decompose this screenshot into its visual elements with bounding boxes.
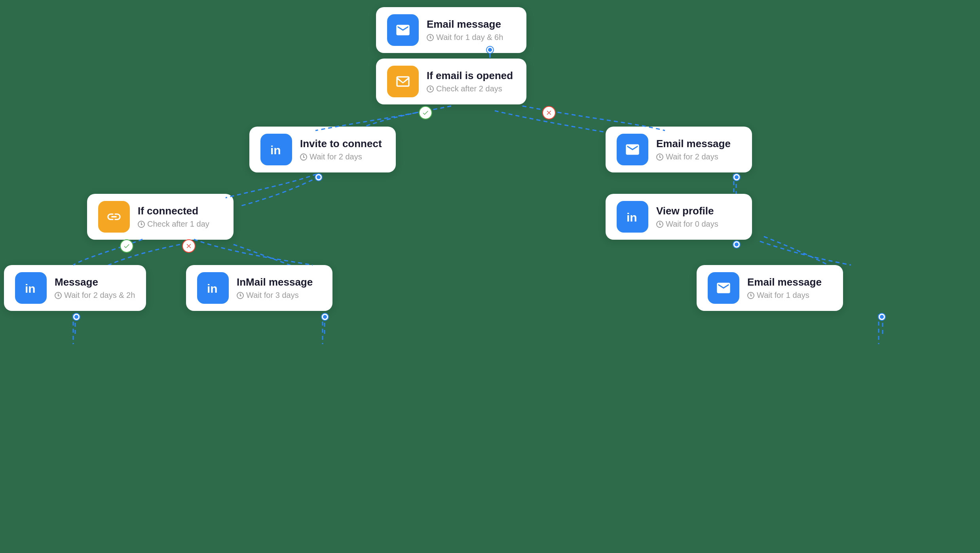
if-email-opened-text: If email is opened Check after 2 days	[427, 70, 513, 93]
if-connected-title: If connected	[138, 205, 209, 217]
clock-icon-2	[427, 85, 434, 93]
invite-connect-node[interactable]: in Invite to connect Wait for 2 days	[249, 127, 396, 172]
email-right1-title: Email message	[656, 138, 731, 150]
email-bottom-right-node[interactable]: Email message Wait for 1 days	[697, 265, 843, 311]
invite-connect-text: Invite to connect Wait for 2 days	[300, 138, 382, 161]
message-subtitle: Wait for 2 days & 2h	[55, 291, 135, 300]
yes-check-connected	[120, 239, 133, 253]
email-top-title: Email message	[427, 18, 503, 30]
email-top-node[interactable]: Email message Wait for 1 day & 6h	[376, 7, 526, 53]
email-right1-subtitle: Wait for 2 days	[656, 152, 731, 161]
email-right1-icon	[617, 134, 648, 165]
svg-text:in: in	[627, 211, 637, 224]
dot-message	[73, 314, 80, 320]
if-connected-icon	[98, 201, 130, 233]
email-bottom-right-text: Email message Wait for 1 days	[747, 276, 822, 300]
clock-icon-5	[138, 221, 145, 228]
inmail-subtitle: Wait for 3 days	[237, 291, 313, 300]
view-profile-text: View profile Wait for 0 days	[656, 205, 718, 229]
invite-connect-icon: in	[260, 134, 292, 165]
inmail-icon: in	[197, 272, 229, 304]
if-email-opened-subtitle: Check after 2 days	[427, 84, 513, 93]
if-email-icon	[387, 66, 419, 97]
email-right1-node[interactable]: Email message Wait for 2 days	[606, 127, 752, 172]
inmail-title: InMail message	[237, 276, 313, 288]
no-x-connected	[182, 239, 196, 253]
view-profile-subtitle: Wait for 0 days	[656, 220, 718, 229]
view-profile-icon: in	[617, 201, 648, 233]
clock-icon-9	[747, 292, 754, 299]
message-text: Message Wait for 2 days & 2h	[55, 276, 135, 300]
clock-icon-7	[55, 292, 62, 299]
invite-connect-title: Invite to connect	[300, 138, 382, 150]
clock-icon-4	[656, 153, 663, 161]
email-right1-text: Email message Wait for 2 days	[656, 138, 731, 161]
dot-email-bottom-right	[879, 314, 885, 320]
inmail-text: InMail message Wait for 3 days	[237, 276, 313, 300]
svg-text:in: in	[25, 282, 36, 295]
email-bottom-right-title: Email message	[747, 276, 822, 288]
svg-text:in: in	[207, 282, 218, 295]
clock-icon-8	[237, 292, 244, 299]
email-top-icon	[387, 14, 419, 46]
clock-icon-6	[656, 221, 663, 228]
dot-email-right1	[733, 174, 740, 180]
message-node[interactable]: in Message Wait for 2 days & 2h	[4, 265, 146, 311]
view-profile-title: View profile	[656, 205, 718, 217]
flow-canvas: Email message Wait for 1 day & 6h If ema…	[0, 0, 980, 553]
dot-invite-connect	[315, 174, 322, 180]
email-bottom-right-subtitle: Wait for 1 days	[747, 291, 822, 300]
if-email-opened-node[interactable]: If email is opened Check after 2 days	[376, 59, 526, 104]
dot-view-profile	[733, 241, 740, 248]
clock-icon-1	[427, 34, 434, 41]
message-icon: in	[15, 272, 47, 304]
invite-connect-subtitle: Wait for 2 days	[300, 152, 382, 161]
no-x-email-opened	[542, 106, 556, 119]
email-top-subtitle: Wait for 1 day & 6h	[427, 33, 503, 42]
view-profile-node[interactable]: in View profile Wait for 0 days	[606, 194, 752, 240]
svg-text:in: in	[270, 144, 281, 157]
yes-check-email-opened	[419, 106, 432, 119]
if-email-opened-title: If email is opened	[427, 70, 513, 82]
inmail-node[interactable]: in InMail message Wait for 3 days	[186, 265, 332, 311]
dot-email-top	[487, 47, 493, 53]
dot-inmail	[322, 314, 328, 320]
email-top-text: Email message Wait for 1 day & 6h	[427, 18, 503, 42]
clock-icon-3	[300, 153, 307, 161]
if-connected-node[interactable]: If connected Check after 1 day	[87, 194, 234, 240]
message-title: Message	[55, 276, 135, 288]
email-bottom-right-icon	[708, 272, 739, 304]
if-connected-subtitle: Check after 1 day	[138, 220, 209, 229]
if-connected-text: If connected Check after 1 day	[138, 205, 209, 229]
